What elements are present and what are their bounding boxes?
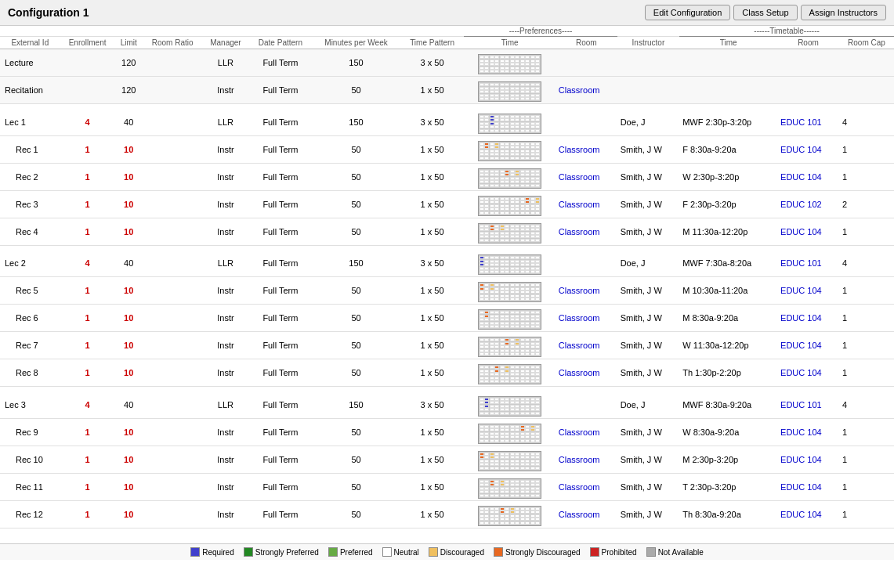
assign-instructors-button[interactable]: Assign Instructors	[801, 5, 886, 20]
classroom-link[interactable]: Classroom	[559, 313, 600, 323]
classroom-link[interactable]: Classroom	[559, 172, 600, 182]
classroom-link[interactable]: Classroom	[559, 368, 600, 377]
tt-room-cell[interactable]: EDUC 104	[777, 218, 839, 245]
table-row[interactable]: Lec 1440LLRFull Term1503 x 50Doe, JMWF 2…	[0, 109, 894, 136]
pref-room-cell[interactable]: Classroom	[556, 305, 617, 332]
pref-room-cell[interactable]: Classroom	[556, 418, 617, 446]
tt-room-link[interactable]: EDUC 104	[780, 145, 822, 154]
tt-room-link[interactable]: EDUC 104	[780, 227, 822, 236]
tt-room-link[interactable]: EDUC 104	[780, 482, 822, 492]
pref-room-cell[interactable]: Classroom	[556, 135, 617, 163]
tt-room-link[interactable]: EDUC 104	[780, 510, 822, 519]
table-row[interactable]: Rec 11110InstrFull Term501 x 50Classroom…	[0, 473, 894, 500]
tt-room-cell[interactable]: EDUC 104	[777, 446, 839, 473]
tt-room-link[interactable]: EDUC 104	[780, 427, 822, 437]
pref-room-cell[interactable]: Classroom	[556, 500, 617, 528]
table-row[interactable]: Lec 2440LLRFull Term1503 x 50Doe, JMWF 7…	[0, 250, 894, 277]
tt-room-cell[interactable]	[777, 77, 839, 104]
tt-room-cell[interactable]: EDUC 104	[777, 163, 839, 190]
tt-room-link[interactable]: EDUC 101	[780, 117, 822, 127]
tt-room-link[interactable]: EDUC 104	[780, 341, 822, 350]
pref-time-cell[interactable]	[464, 446, 555, 473]
table-row[interactable]: Rec 4110InstrFull Term501 x 50ClassroomS…	[0, 218, 894, 245]
table-row[interactable]: Recitation120InstrFull Term501 x 50Class…	[0, 77, 894, 104]
classroom-link[interactable]: Classroom	[559, 341, 600, 350]
table-row[interactable]: Rec 7110InstrFull Term501 x 50ClassroomS…	[0, 332, 894, 359]
pref-time-cell[interactable]	[464, 49, 555, 77]
pref-room-cell[interactable]: Classroom	[556, 163, 617, 190]
pref-room-cell[interactable]: Classroom	[556, 218, 617, 245]
classroom-link[interactable]: Classroom	[559, 510, 600, 519]
pref-time-cell[interactable]	[464, 359, 555, 387]
pref-time-cell[interactable]	[464, 163, 555, 190]
tt-room-cell[interactable]: EDUC 104	[777, 359, 839, 387]
pref-time-cell[interactable]	[464, 277, 555, 305]
classroom-link[interactable]: Classroom	[559, 427, 600, 437]
table-row[interactable]: Rec 5110InstrFull Term501 x 50ClassroomS…	[0, 277, 894, 305]
tt-room-cell[interactable]: EDUC 104	[777, 277, 839, 305]
edit-configuration-button[interactable]: Edit Configuration	[645, 5, 730, 20]
pref-time-cell[interactable]	[464, 77, 555, 104]
pref-time-cell[interactable]	[464, 500, 555, 528]
pref-time-cell[interactable]	[464, 250, 555, 277]
tt-room-link[interactable]: EDUC 102	[780, 200, 822, 209]
classroom-link[interactable]: Classroom	[559, 145, 600, 154]
classroom-link[interactable]: Classroom	[559, 227, 600, 236]
pref-room-cell[interactable]: Classroom	[556, 77, 617, 104]
class-setup-button[interactable]: Class Setup	[733, 5, 797, 20]
instructor-cell: Doe, J	[617, 250, 680, 277]
tt-room-link[interactable]: EDUC 104	[780, 455, 822, 464]
table-row[interactable]: Rec 8110InstrFull Term501 x 50ClassroomS…	[0, 359, 894, 387]
tt-room-cell[interactable]: EDUC 104	[777, 332, 839, 359]
table-row[interactable]: Lecture120LLRFull Term1503 x 50	[0, 49, 894, 77]
tt-room-cell[interactable]: EDUC 101	[777, 391, 839, 419]
table-row[interactable]: Rec 10110InstrFull Term501 x 50Classroom…	[0, 446, 894, 473]
pref-time-cell[interactable]	[464, 473, 555, 500]
pref-time-cell[interactable]	[464, 218, 555, 245]
tt-room-link[interactable]: EDUC 104	[780, 313, 822, 323]
tt-room-cell[interactable]: EDUC 104	[777, 135, 839, 163]
tt-room-cell[interactable]: EDUC 104	[777, 418, 839, 446]
table-row[interactable]: Rec 6110InstrFull Term501 x 50ClassroomS…	[0, 305, 894, 332]
pref-time-cell[interactable]	[464, 135, 555, 163]
pref-room-cell[interactable]	[556, 250, 617, 277]
pref-room-cell[interactable]	[556, 391, 617, 419]
pref-time-cell[interactable]	[464, 418, 555, 446]
pref-room-cell[interactable]: Classroom	[556, 332, 617, 359]
tt-room-link[interactable]: EDUC 104	[780, 172, 822, 182]
pref-room-cell[interactable]: Classroom	[556, 473, 617, 500]
table-row[interactable]: Rec 2110InstrFull Term501 x 50ClassroomS…	[0, 163, 894, 190]
classroom-link[interactable]: Classroom	[559, 482, 600, 492]
classroom-link[interactable]: Classroom	[559, 85, 600, 95]
tt-room-link[interactable]: EDUC 104	[780, 286, 822, 295]
pref-time-cell[interactable]	[464, 109, 555, 136]
tt-room-link[interactable]: EDUC 101	[780, 258, 822, 268]
table-row[interactable]: Rec 3110InstrFull Term501 x 50ClassroomS…	[0, 190, 894, 218]
classroom-link[interactable]: Classroom	[559, 286, 600, 295]
table-row[interactable]: Rec 1110InstrFull Term501 x 50ClassroomS…	[0, 135, 894, 163]
pref-time-cell[interactable]	[464, 305, 555, 332]
pref-time-cell[interactable]	[464, 190, 555, 218]
table-row[interactable]: Rec 12110InstrFull Term501 x 50Classroom…	[0, 500, 894, 528]
pref-time-cell[interactable]	[464, 391, 555, 419]
tt-room-cell[interactable]: EDUC 104	[777, 500, 839, 528]
pref-time-cell[interactable]	[464, 332, 555, 359]
tt-room-link[interactable]: EDUC 104	[780, 368, 822, 377]
pref-room-cell[interactable]	[556, 49, 617, 77]
tt-room-cell[interactable]: EDUC 104	[777, 473, 839, 500]
pref-room-cell[interactable]	[556, 109, 617, 136]
pref-room-cell[interactable]: Classroom	[556, 446, 617, 473]
classroom-link[interactable]: Classroom	[559, 455, 600, 464]
tt-room-link[interactable]: EDUC 101	[780, 400, 822, 409]
tt-room-cell[interactable]: EDUC 102	[777, 190, 839, 218]
table-row[interactable]: Lec 3440LLRFull Term1503 x 50Doe, JMWF 8…	[0, 391, 894, 419]
classroom-link[interactable]: Classroom	[559, 200, 600, 209]
tt-room-cell[interactable]	[777, 49, 839, 77]
tt-room-cell[interactable]: EDUC 101	[777, 250, 839, 277]
pref-room-cell[interactable]: Classroom	[556, 277, 617, 305]
pref-room-cell[interactable]: Classroom	[556, 190, 617, 218]
tt-room-cell[interactable]: EDUC 104	[777, 305, 839, 332]
tt-room-cell[interactable]: EDUC 101	[777, 109, 839, 136]
table-row[interactable]: Rec 9110InstrFull Term501 x 50ClassroomS…	[0, 418, 894, 446]
pref-room-cell[interactable]: Classroom	[556, 359, 617, 387]
